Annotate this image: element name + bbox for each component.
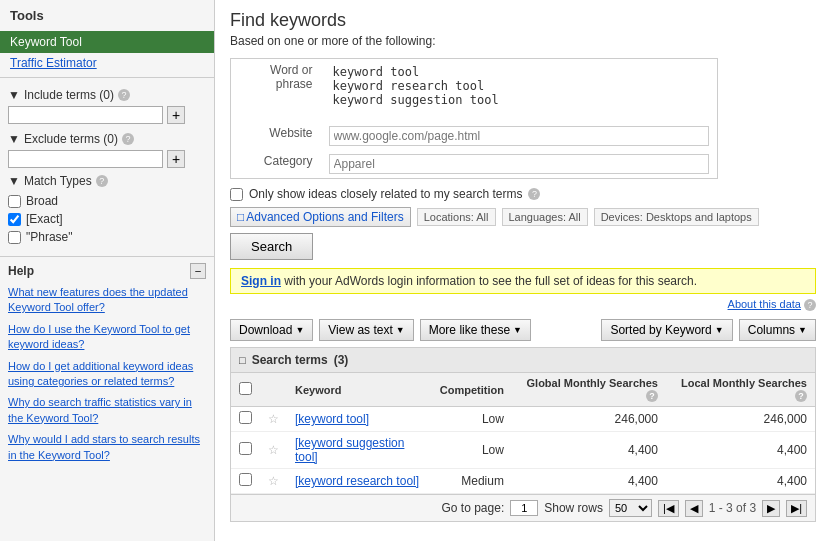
row2-global-cell: 4,400 (512, 432, 666, 469)
only-show-checkbox[interactable] (230, 188, 243, 201)
exclude-help-icon[interactable]: ? (122, 133, 134, 145)
table-row: ☆ [keyword suggestion tool] Low 4,400 4,… (231, 432, 815, 469)
exact-checkbox-row: [Exact] (8, 210, 206, 228)
columns-label: Columns (748, 323, 795, 337)
sidebar: Tools Keyword Tool Traffic Estimator ▼ I… (0, 0, 215, 541)
download-button[interactable]: Download ▼ (230, 319, 313, 341)
col-competition-header: Competition (432, 373, 512, 407)
row1-local-cell: 246,000 (666, 407, 815, 432)
exclude-terms-header[interactable]: ▼ Exclude terms (0) ? (8, 132, 206, 146)
expand-icon[interactable]: □ (239, 354, 246, 366)
category-input[interactable] (329, 154, 709, 174)
signin-link[interactable]: Sign in (241, 274, 281, 288)
phrase-checkbox-row: "Phrase" (8, 228, 206, 246)
only-show-help-icon[interactable]: ? (528, 188, 540, 200)
help-section: Help – What new features does the update… (0, 256, 214, 475)
word-phrase-cell: keyword tool keyword research tool keywo… (321, 59, 718, 123)
website-input[interactable] (329, 126, 709, 146)
row3-global-cell: 4,400 (512, 469, 666, 494)
row2-keyword-link[interactable]: [keyword suggestion tool] (295, 436, 404, 464)
page-input[interactable] (510, 500, 538, 516)
more-arrow-icon: ▼ (513, 325, 522, 335)
download-label: Download (239, 323, 292, 337)
exact-checkbox[interactable] (8, 213, 21, 226)
view-as-text-button[interactable]: View as text ▼ (319, 319, 413, 341)
rows-select[interactable]: 50 25 100 (609, 499, 652, 517)
more-like-these-button[interactable]: More like these ▼ (420, 319, 531, 341)
select-all-checkbox[interactable] (239, 382, 252, 395)
help-link-5[interactable]: Why would I add stars to search results … (8, 432, 206, 463)
results-section-title: Search terms (252, 353, 328, 367)
filter-devices: Devices: Desktops and laptops (594, 208, 759, 226)
toolbar-row: Download ▼ View as text ▼ More like thes… (230, 319, 816, 341)
first-page-button[interactable]: |◀ (658, 500, 679, 517)
include-add-button[interactable]: + (167, 106, 185, 124)
category-cell (321, 150, 718, 179)
page-subtitle: Based on one or more of the following: (230, 34, 816, 48)
row1-competition-cell: Low (432, 407, 512, 432)
include-help-icon[interactable]: ? (118, 89, 130, 101)
row1-star-cell: ☆ (260, 407, 287, 432)
row3-keyword-link[interactable]: [keyword research tool] (295, 474, 419, 488)
row3-keyword-cell: [keyword research tool] (287, 469, 432, 494)
help-link-1[interactable]: What new features does the updated Keywo… (8, 285, 206, 316)
columns-button[interactable]: Columns ▼ (739, 319, 816, 341)
category-label: Category (231, 150, 321, 179)
download-arrow-icon: ▼ (295, 325, 304, 335)
match-types-header[interactable]: ▼ Match Types ? (8, 174, 206, 188)
include-terms-input[interactable] (8, 106, 163, 124)
row3-checkbox-cell (231, 469, 260, 494)
row1-checkbox[interactable] (239, 411, 252, 424)
help-link-2[interactable]: How do I use the Keyword Tool to get key… (8, 322, 206, 353)
row2-star-icon[interactable]: ☆ (268, 443, 279, 457)
row2-checkbox-cell (231, 432, 260, 469)
last-page-button[interactable]: ▶| (786, 500, 807, 517)
exclude-terms-input[interactable] (8, 150, 163, 168)
global-help-icon[interactable]: ? (646, 390, 658, 402)
word-phrase-textarea[interactable]: keyword tool keyword research tool keywo… (329, 63, 709, 115)
row3-checkbox[interactable] (239, 473, 252, 486)
help-title: Help (8, 264, 34, 278)
page-info: 1 - 3 of 3 (709, 501, 756, 515)
next-page-button[interactable]: ▶ (762, 500, 780, 517)
help-header: Help – (8, 263, 206, 279)
table-row: ☆ [keyword tool] Low 246,000 246,000 (231, 407, 815, 432)
help-minimize-button[interactable]: – (190, 263, 206, 279)
prev-page-button[interactable]: ◀ (685, 500, 703, 517)
broad-checkbox[interactable] (8, 195, 21, 208)
sorted-by-keyword-button[interactable]: Sorted by Keyword ▼ (601, 319, 732, 341)
traffic-estimator-link[interactable]: Traffic Estimator (0, 53, 214, 73)
exclude-input-row: + (8, 150, 206, 168)
about-link[interactable]: About this data (728, 298, 801, 310)
website-cell (321, 122, 718, 150)
help-link-4[interactable]: Why do search traffic statistics vary in… (8, 395, 206, 426)
row1-star-icon[interactable]: ☆ (268, 412, 279, 426)
row2-keyword-cell: [keyword suggestion tool] (287, 432, 432, 469)
search-button[interactable]: Search (230, 233, 313, 260)
help-link-3[interactable]: How do I get additional keyword ideas us… (8, 359, 206, 390)
exclude-add-button[interactable]: + (167, 150, 185, 168)
about-help-icon[interactable]: ? (804, 299, 816, 311)
word-phrase-row: Word or phrase keyword tool keyword rese… (231, 59, 718, 123)
include-terms-header[interactable]: ▼ Include terms (0) ? (8, 88, 206, 102)
go-to-page-label: Go to page: (442, 501, 505, 515)
row1-global-cell: 246,000 (512, 407, 666, 432)
table-row: ☆ [keyword research tool] Medium 4,400 4… (231, 469, 815, 494)
main-content: Find keywords Based on one or more of th… (215, 0, 831, 541)
only-show-label: Only show ideas closely related to my se… (249, 187, 522, 201)
only-show-row: Only show ideas closely related to my se… (230, 187, 816, 201)
about-row: About this data ? (230, 298, 816, 311)
signin-banner: Sign in with your AdWords login informat… (230, 268, 816, 294)
row2-competition-cell: Low (432, 432, 512, 469)
phrase-checkbox[interactable] (8, 231, 21, 244)
results-table: Keyword Competition Global Monthly Searc… (231, 373, 815, 494)
local-help-icon[interactable]: ? (795, 390, 807, 402)
row2-checkbox[interactable] (239, 442, 252, 455)
keyword-tool-item[interactable]: Keyword Tool (0, 31, 214, 53)
tools-title: Tools (0, 0, 214, 31)
adv-options-plus-icon: □ (237, 210, 244, 224)
row3-star-icon[interactable]: ☆ (268, 474, 279, 488)
adv-options-button[interactable]: □ Advanced Options and Filters (230, 207, 411, 227)
match-types-help-icon[interactable]: ? (96, 175, 108, 187)
row1-keyword-link[interactable]: [keyword tool] (295, 412, 369, 426)
